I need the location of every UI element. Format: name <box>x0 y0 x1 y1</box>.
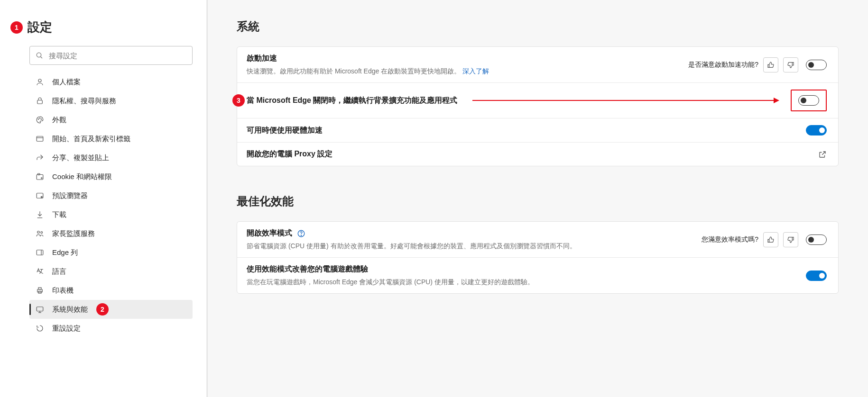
nav-label: 開始、首頁及新索引標籤 <box>52 135 130 144</box>
nav-label: 個人檔案 <box>52 78 81 87</box>
step-badge-1: 1 <box>10 21 23 34</box>
feedback-question: 您滿意效率模式嗎? <box>702 235 758 244</box>
svg-rect-18 <box>37 289 43 292</box>
nav-label: Edge 列 <box>52 248 78 257</box>
feedback-question: 是否滿意啟動加速功能? <box>688 61 758 69</box>
row-proxy-settings[interactable]: 開啟您的電腦 Proxy 設定 <box>237 142 838 166</box>
svg-point-5 <box>39 118 40 119</box>
settings-main: 系統 啟動加速 快速瀏覽。啟用此功能有助於 Microsoft Edge 在啟動… <box>207 0 868 397</box>
thumbs-up-button[interactable] <box>763 57 778 72</box>
row-title: 使用效能模式改善您的電腦遊戲體驗 <box>247 264 798 274</box>
row-title: 啟動加速 <box>247 54 681 63</box>
nav-family[interactable]: 家長監護服務 <box>29 224 193 243</box>
nav-label: 外觀 <box>52 116 66 125</box>
sidebar-nav: 個人檔案 隱私權、搜尋與服務 外觀 開始、首頁及新索引標籤 分享、複製並貼上 C… <box>29 72 193 338</box>
row-background-apps: 3 當 Microsoft Edge 關閉時，繼續執行背景擴充功能及應用程式 <box>237 82 838 118</box>
section-title-performance: 最佳化效能 <box>237 194 839 209</box>
nav-label: Cookie 和網站權限 <box>52 172 112 181</box>
nav-profiles[interactable]: 個人檔案 <box>29 72 193 91</box>
nav-cookies[interactable]: Cookie 和網站權限 <box>29 167 193 186</box>
nav-share[interactable]: 分享、複製並貼上 <box>29 148 193 167</box>
settings-sidebar: 1 設定 個人檔案 隱私權、搜尋與服務 外觀 開始 <box>0 0 207 397</box>
language-icon <box>35 267 45 276</box>
svg-point-2 <box>38 79 41 82</box>
row-title: 開啟效率模式 <box>247 228 694 238</box>
search-input[interactable] <box>49 52 186 60</box>
lock-icon <box>35 96 45 106</box>
toggle-gaming-mode[interactable] <box>806 271 827 281</box>
cookie-icon <box>35 172 45 181</box>
svg-rect-7 <box>37 136 43 142</box>
thumbs-down-button[interactable] <box>783 232 798 247</box>
help-icon[interactable] <box>297 229 305 238</box>
thumbs-down-button[interactable] <box>783 57 798 72</box>
svg-rect-21 <box>37 307 43 311</box>
svg-point-14 <box>37 231 40 234</box>
card-system: 啟動加速 快速瀏覽。啟用此功能有助於 Microsoft Edge 在啟動裝置時… <box>237 46 839 166</box>
nav-start[interactable]: 開始、首頁及新索引標籤 <box>29 129 193 148</box>
nav-label: 分享、複製並貼上 <box>52 153 109 162</box>
thumbs-up-button[interactable] <box>763 232 778 247</box>
nav-label: 語言 <box>52 267 66 276</box>
row-title: 當 Microsoft Edge 關閉時，繼續執行背景擴充功能及應用程式 <box>247 96 457 106</box>
nav-reset[interactable]: 重設設定 <box>29 319 193 338</box>
svg-point-4 <box>38 119 39 120</box>
svg-point-11 <box>41 178 42 179</box>
printer-icon <box>35 286 45 295</box>
svg-rect-3 <box>37 100 43 104</box>
svg-rect-10 <box>38 173 40 175</box>
nav-label: 預設瀏覽器 <box>52 191 88 200</box>
nav-edge-bar[interactable]: Edge 列 <box>29 243 193 262</box>
nav-downloads[interactable]: 下載 <box>29 205 193 224</box>
row-efficiency-mode: 開啟效率模式 節省電腦資源 (CPU 使用量) 有助於改善用電量。好處可能會根據… <box>237 222 838 257</box>
svg-point-0 <box>37 53 41 57</box>
nav-system-performance[interactable]: 系統與效能 2 <box>29 300 193 319</box>
nav-languages[interactable]: 語言 <box>29 262 193 281</box>
step-badge-3: 3 <box>232 94 245 107</box>
nav-printers[interactable]: 印表機 <box>29 281 193 300</box>
settings-search[interactable] <box>29 46 193 65</box>
svg-point-25 <box>301 235 301 235</box>
sidebar-title: 設定 <box>28 19 52 36</box>
svg-line-1 <box>41 57 42 58</box>
nav-privacy[interactable]: 隱私權、搜尋與服務 <box>29 91 193 110</box>
nav-label: 印表機 <box>52 286 74 295</box>
svg-point-6 <box>41 119 42 120</box>
download-icon <box>35 210 45 219</box>
palette-icon <box>35 115 45 125</box>
row-desc: 當您在玩電腦遊戲時，Microsoft Edge 會減少其電腦資源 (CPU) … <box>247 278 798 287</box>
card-performance: 開啟效率模式 節省電腦資源 (CPU 使用量) 有助於改善用電量。好處可能會根據… <box>237 221 839 294</box>
feedback-group: 您滿意效率模式嗎? <box>702 232 798 247</box>
step-badge-2: 2 <box>96 303 109 316</box>
toggle-background-apps[interactable] <box>798 95 819 106</box>
browser-icon <box>35 191 45 200</box>
toggle-highlight-box <box>791 90 827 111</box>
callout-arrow <box>472 100 778 101</box>
row-startup-boost: 啟動加速 快速瀏覽。啟用此功能有助於 Microsoft Edge 在啟動裝置時… <box>237 47 838 82</box>
row-desc: 快速瀏覽。啟用此功能有助於 Microsoft Edge 在啟動裝置時更快地開啟… <box>247 67 681 76</box>
toggle-startup-boost[interactable] <box>806 60 827 70</box>
row-hardware-accel: 可用時便使用硬體加速 <box>237 118 838 142</box>
profile-icon <box>35 77 45 87</box>
open-external-icon <box>818 150 827 159</box>
sidebar-header: 1 設定 <box>10 19 193 36</box>
nav-label: 系統與效能 <box>52 305 88 314</box>
reset-icon <box>35 324 45 333</box>
nav-appearance[interactable]: 外觀 <box>29 110 193 129</box>
row-title: 可用時便使用硬體加速 <box>247 126 798 135</box>
search-icon <box>36 52 43 59</box>
nav-label: 下載 <box>52 210 66 219</box>
svg-rect-9 <box>37 175 43 180</box>
learn-more-link[interactable]: 深入了解 <box>462 67 489 75</box>
nav-default-browser[interactable]: 預設瀏覽器 <box>29 186 193 205</box>
row-gaming-mode: 使用效能模式改善您的電腦遊戲體驗 當您在玩電腦遊戲時，Microsoft Edg… <box>237 257 838 293</box>
row-desc: 節省電腦資源 (CPU 使用量) 有助於改善用電量。好處可能會根據您的裝置、應用… <box>247 242 694 251</box>
svg-rect-19 <box>38 288 41 289</box>
feedback-group: 是否滿意啟動加速功能? <box>688 57 798 72</box>
family-icon <box>35 229 45 238</box>
toggle-efficiency-mode[interactable] <box>806 235 827 245</box>
nav-label: 家長監護服務 <box>52 229 95 238</box>
row-title: 開啟您的電腦 Proxy 設定 <box>247 149 811 159</box>
toggle-hardware-accel[interactable] <box>806 125 827 135</box>
svg-point-15 <box>41 232 43 234</box>
